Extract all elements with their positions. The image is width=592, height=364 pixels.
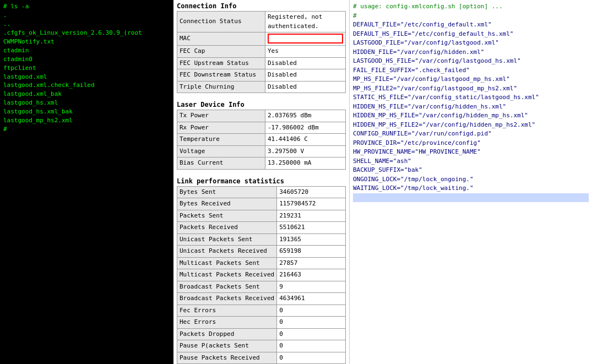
row-value: Disabled [265,81,346,93]
row-value: 41.441406 C [265,134,346,146]
table-row: Unicast Packets Sent191365 [177,233,346,246]
laser-device-info-table: Tx Power2.037695 dBmRx Power-17.986002 d… [177,110,346,170]
terminal-line: # ls -a [3,2,170,11]
row-value: Disabled [265,69,346,82]
row-label: Connection Status [177,12,265,32]
table-row: Pause Packets Received0 [177,352,346,364]
table-row: Hec Errors0 [177,317,346,329]
table-row: Triple ChurningDisabled [177,81,346,93]
table-row: Tx Power2.037695 dBm [177,110,346,122]
connection-info-title: Connection Info [177,2,346,10]
table-row: Unicast Packets Received659198 [177,246,346,258]
row-value: 4634961 [277,293,346,305]
table-row: Packets Received5510621 [177,222,346,234]
row-value: 191365 [277,233,346,246]
config-line: DEFAULT_FILE="/etc/config_default.xml" [353,20,589,30]
config-line: DEFAULT_HS_FILE="/etc/config_default_hs.… [353,30,589,39]
config-line: FAIL_FILE_SUFFIX=".check_failed" [353,66,589,75]
terminal-line: ctadmin0 [3,55,170,64]
row-label: Unicast Packets Sent [177,233,277,246]
config-line: # [353,12,589,21]
table-row: Bias Current13.250000 mA [177,157,346,170]
laser-device-info-title: Laser Device Info [177,101,346,108]
terminal-line: .cfgfs_ok_Linux_version_2.6.30.9_(root [3,29,170,37]
row-value [265,32,346,46]
middle-panel: Connection Info Connection StatusRegiste… [173,0,350,364]
terminal-line: lastgood_hs.xml [3,99,170,107]
table-row: Broadcast Packets Received4634961 [177,293,346,305]
table-row: Rx Power-17.986002 dBm [177,122,346,134]
config-line: HIDDEN_MP_HS_FILE="/var/config/hidden_mp… [353,111,589,121]
row-value: 34605720 [277,186,346,198]
table-row: Bytes Received1157984572 [177,198,346,210]
row-label: Multicast Packets Sent [177,257,277,269]
table-row: Temperature41.441406 C [177,134,346,146]
config-line: LASTGOOD_FILE="/var/config/lastgood.xml" [353,39,589,48]
row-value: 27857 [277,257,346,269]
table-row: Voltage3.297500 V [177,145,346,157]
row-value: 5510621 [277,222,346,234]
table-row: Multicast Packets Received216463 [177,269,346,281]
table-row: Bytes Sent34605720 [177,186,346,198]
table-row: MAC [177,32,346,46]
row-label: Pause P(ackets Sent [177,340,277,352]
row-label: Unicast Packets Received [177,246,277,258]
terminal-line: CWMPNotify.txt [3,37,170,46]
row-label: Temperature [177,134,265,146]
table-row: Broadcast Packets Sent9 [177,281,346,293]
row-value: Disabled [265,57,346,69]
config-line: SHELL_NAME="ash" [353,157,589,166]
row-value: 0 [277,328,346,340]
row-label: Voltage [177,145,265,157]
config-line: CONFIGD_RUNFILE="/var/run/configd.pid" [353,129,589,139]
row-label: Packets Sent [177,210,277,222]
row-label: FEC Cap [177,46,265,58]
config-line: MP_HS_FILE2="/var/config/lastgood_mp_hs2… [353,84,589,94]
config-line: # usage: config-xmlconfig.sh [option] ..… [353,2,589,12]
row-label: Packets Received [177,222,277,234]
row-label: MAC [177,32,265,46]
link-performance-title: Link performance statistics [177,177,346,185]
row-label: Multicast Packets Received [177,269,277,281]
row-label: Bytes Sent [177,186,277,198]
row-value: 0 [277,305,346,317]
row-label: FEC Upstream Status [177,57,265,69]
table-row: Pause P(ackets Sent0 [177,340,346,352]
table-row: Connection StatusRegistered, not authent… [177,12,346,32]
row-value: 0 [277,352,346,364]
table-row: Fec Errors0 [177,305,346,317]
row-label: Broadcast Packets Received [177,293,277,305]
terminal-line: lastgood.xml [3,73,170,82]
row-value: Yes [265,46,346,58]
table-row: FEC Downstream StatusDisabled [177,69,346,82]
row-label: Bias Current [177,157,265,170]
row-value: 9 [277,281,346,293]
table-row: FEC CapYes [177,46,346,58]
link-performance-table: Bytes Sent34605720Bytes Received11579845… [177,186,346,365]
terminal-line: # [3,125,170,134]
row-value: 13.250000 mA [265,157,346,170]
config-line: HIDDEN_MP_HS_FILE2="/var/config/hidden_m… [353,121,589,130]
config-line: ONGOING_LOCK="/tmp/lock_ongoing." [353,175,589,184]
mac-input[interactable] [268,34,343,44]
table-row: Packets Sent219231 [177,210,346,222]
row-value: 2.037695 dBm [265,110,346,122]
connection-info-table: Connection StatusRegistered, not authent… [177,11,346,93]
row-value: Registered, not authenticated. [265,12,346,32]
row-value: 219231 [277,210,346,222]
table-row: FEC Upstream StatusDisabled [177,57,346,69]
row-value: 216463 [277,269,346,281]
config-line: BACKUP_SUFFIX="bak" [353,166,589,175]
terminal-line: lastgood_hs.xml_bak [3,107,170,116]
row-label: Triple Churning [177,81,265,93]
row-value: -17.986002 dBm [265,122,346,134]
row-value: 659198 [277,246,346,258]
config-line: HIDDEN_FILE="/var/config/hidden.xml" [353,48,589,57]
row-label: FEC Downstream Status [177,69,265,82]
row-value: 1157984572 [277,198,346,210]
config-line: LASTGOOD_HS_FILE="/var/config/lastgood_h… [353,57,589,66]
row-value: 3.297500 V [265,145,346,157]
row-label: Fec Errors [177,305,277,317]
config-line: STATIC_HS_FILE="/var/config_static/lastg… [353,93,589,102]
row-label: Hec Errors [177,317,277,329]
